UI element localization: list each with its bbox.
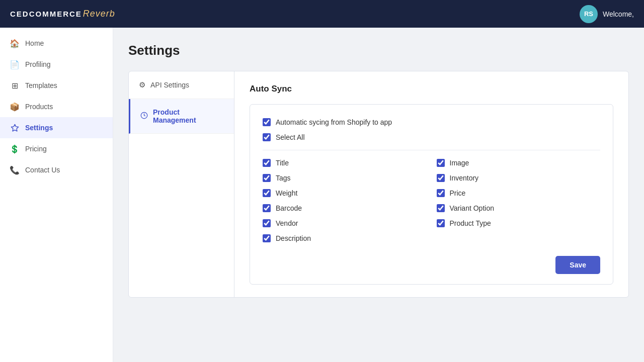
logo-commerce: COMMERCE	[29, 10, 82, 18]
checkbox-description-label: Description	[276, 234, 311, 242]
auto-sync-shopify-row: Automatic sycing from Shopify to app	[263, 115, 600, 130]
checkbox-price-row: Price	[437, 186, 601, 201]
sidebar-item-pricing[interactable]: 💲 Pricing	[0, 138, 113, 159]
checkbox-col2: Image Inventory Price	[437, 155, 601, 246]
auto-sync-shopify-label: Automatic sycing from Shopify to app	[276, 118, 392, 126]
sidebar-item-pricing-label: Pricing	[25, 145, 47, 153]
auto-sync-panel: Automatic sycing from Shopify to app Sel…	[250, 104, 613, 285]
checkbox-variant-label: Variant Option	[450, 204, 494, 212]
checkbox-weight-label: Weight	[276, 189, 297, 197]
checkbox-product-type-label: Product Type	[450, 219, 491, 227]
welcome-text: Welcome,	[603, 10, 634, 18]
checkbox-grid: Title Tags Weight	[263, 155, 600, 246]
sidebar-item-home[interactable]: 🏠 Home	[0, 33, 113, 54]
sidebar-item-templates-label: Templates	[25, 81, 57, 89]
checkbox-image-row: Image	[437, 155, 601, 170]
settings-icon	[10, 123, 19, 132]
settings-card: ⚙ API Settings Product Management Auto S…	[128, 71, 629, 298]
sidebar-item-products-label: Products	[25, 103, 53, 111]
checkbox-product-type[interactable]	[437, 219, 445, 227]
checkbox-tags-row: Tags	[263, 170, 427, 186]
checkbox-vendor[interactable]	[263, 219, 271, 227]
checkbox-barcode-label: Barcode	[276, 204, 302, 212]
sidebar-item-contact[interactable]: 📞 Contact Us	[0, 159, 113, 180]
auto-sync-shopify-checkbox[interactable]	[263, 118, 271, 126]
checkbox-variant-option[interactable]	[437, 204, 445, 212]
checkbox-description[interactable]	[263, 234, 271, 242]
settings-nav-product-mgmt[interactable]: Product Management	[129, 99, 234, 134]
app-header: CEDCOMMERCEReverb RS Welcome,	[0, 0, 644, 28]
settings-nav-product-mgmt-label: Product Management	[153, 108, 224, 124]
app-layout: 🏠 Home 📄 Profiling ⊞ Templates 📦 Product…	[0, 28, 644, 362]
select-all-row: Select All	[263, 130, 600, 145]
checkbox-product-type-row: Product Type	[437, 216, 601, 231]
checkbox-inventory-label: Inventory	[450, 174, 479, 182]
checkbox-vendor-label: Vendor	[276, 219, 298, 227]
checkbox-col1: Title Tags Weight	[263, 155, 427, 246]
checkbox-barcode[interactable]	[263, 204, 271, 212]
auto-sync-title: Auto Sync	[250, 84, 613, 94]
checkbox-description-row: Description	[263, 231, 427, 246]
templates-icon: ⊞	[10, 81, 19, 90]
save-button[interactable]: Save	[555, 256, 600, 274]
page-title: Settings	[128, 43, 629, 58]
checkbox-price[interactable]	[437, 189, 445, 197]
settings-section-content: Auto Sync Automatic sycing from Shopify …	[234, 71, 628, 297]
settings-nav: ⚙ API Settings Product Management	[129, 71, 234, 297]
checkbox-weight-row: Weight	[263, 186, 427, 201]
checkbox-barcode-row: Barcode	[263, 201, 427, 216]
logo-ced: CED	[10, 10, 29, 18]
divider	[263, 150, 600, 150]
sidebar-item-templates[interactable]: ⊞ Templates	[0, 75, 113, 96]
main-content: Settings ⚙ API Settings Product Manageme…	[113, 28, 644, 362]
sidebar-item-contact-label: Contact Us	[25, 166, 60, 174]
home-icon: 🏠	[10, 39, 19, 48]
save-row: Save	[263, 256, 600, 274]
select-all-checkbox[interactable]	[263, 133, 271, 141]
logo-reverb: Reverb	[83, 9, 115, 19]
product-mgmt-icon	[140, 112, 148, 121]
checkbox-vendor-row: Vendor	[263, 216, 427, 231]
avatar: RS	[580, 5, 598, 23]
svg-marker-0	[11, 124, 18, 131]
checkbox-variant-row: Variant Option	[437, 201, 601, 216]
checkbox-inventory[interactable]	[437, 174, 445, 182]
sidebar: 🏠 Home 📄 Profiling ⊞ Templates 📦 Product…	[0, 28, 113, 362]
sidebar-item-home-label: Home	[25, 39, 44, 47]
checkbox-weight[interactable]	[263, 189, 271, 197]
sidebar-item-products[interactable]: 📦 Products	[0, 96, 113, 117]
products-icon: 📦	[10, 102, 19, 111]
checkbox-image-label: Image	[450, 159, 469, 167]
checkbox-title[interactable]	[263, 159, 271, 167]
pricing-icon: 💲	[10, 144, 19, 153]
checkbox-inventory-row: Inventory	[437, 170, 601, 186]
checkbox-title-row: Title	[263, 155, 427, 170]
contact-icon: 📞	[10, 165, 19, 174]
sidebar-item-settings-label: Settings	[25, 124, 53, 132]
select-all-label: Select All	[276, 133, 305, 141]
checkbox-title-label: Title	[276, 159, 289, 167]
header-right: RS Welcome,	[580, 5, 634, 23]
sidebar-item-profiling-label: Profiling	[25, 60, 51, 68]
checkbox-tags[interactable]	[263, 174, 271, 182]
app-logo: CEDCOMMERCEReverb	[10, 9, 115, 19]
profiling-icon: 📄	[10, 60, 19, 69]
checkbox-image[interactable]	[437, 159, 445, 167]
settings-nav-api-label: API Settings	[150, 81, 189, 89]
settings-nav-api[interactable]: ⚙ API Settings	[129, 71, 234, 99]
sidebar-item-settings[interactable]: Settings	[0, 117, 113, 138]
sidebar-item-profiling[interactable]: 📄 Profiling	[0, 54, 113, 75]
api-settings-icon: ⚙	[139, 80, 145, 89]
checkbox-tags-label: Tags	[276, 174, 291, 182]
checkbox-price-label: Price	[450, 189, 466, 197]
